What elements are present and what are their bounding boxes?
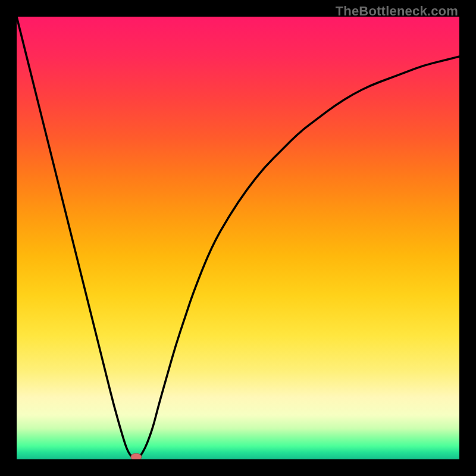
bottleneck-curve-line [17,17,459,459]
watermark-label: TheBottleneck.com [336,4,458,19]
chart-frame: TheBottleneck.com [0,0,476,476]
bottleneck-curve-svg [17,17,459,459]
plot-area [17,17,459,459]
optimum-marker [131,453,142,459]
